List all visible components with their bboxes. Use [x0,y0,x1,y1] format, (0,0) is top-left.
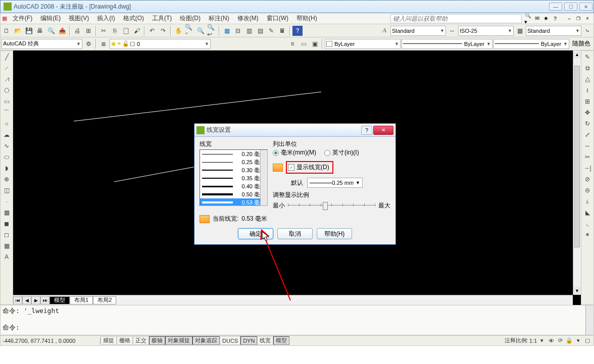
circle-icon[interactable]: ○ [2,119,12,129]
color-combo[interactable]: ByLayer▼ [325,39,401,49]
workspace-settings-icon[interactable]: ⚙ [83,39,93,49]
ducs-button[interactable]: DUCS [220,336,240,345]
menu-help[interactable]: 帮助(H) [292,14,321,23]
comm-center-icon[interactable]: ✉ [533,15,541,23]
default-lineweight-combo[interactable]: 0.25 mm ▼ [307,178,363,188]
redo-icon[interactable]: ↷ [158,26,168,36]
properties-icon[interactable]: ▦ [222,26,232,36]
h-scrollbar[interactable] [116,296,573,304]
erase-icon[interactable]: ✎ [582,52,592,62]
status-tray-icon[interactable]: ▾ [574,337,582,345]
mtext-icon[interactable]: A [2,252,12,262]
designcenter-icon[interactable]: ⊟ [233,26,243,36]
publish-icon[interactable]: 📤 [57,26,67,36]
menu-edit[interactable]: 编辑(E) [36,14,65,23]
table-style-icon[interactable]: ▦ [515,26,525,36]
polar-button[interactable]: 极轴 [149,336,165,345]
otrack-button[interactable]: 对象追踪 [192,336,220,345]
favorites-icon[interactable]: ★ [542,15,550,23]
ortho-button[interactable]: 正交 [133,336,149,345]
matchprop-icon[interactable]: 🖌 [132,26,142,36]
preview-icon[interactable]: 🔍 [46,26,56,36]
layer-mgr-icon[interactable]: ≣ [98,39,109,49]
lineweight-option[interactable]: 0.53 毫米 [200,198,267,206]
revcloud-icon[interactable]: ☁ [2,130,12,140]
array-icon[interactable]: ⊞ [582,96,592,107]
stretch-icon[interactable]: ↔ [582,141,592,151]
block-icon[interactable]: ◫ [2,185,12,195]
polygon-icon[interactable]: ⬠ [2,85,12,95]
offset-icon[interactable]: ⫲ [582,85,592,95]
doc-minimize-button[interactable]: – [565,15,573,23]
display-scale-slider[interactable] [288,200,375,211]
linetype-combo[interactable]: ByLayer▼ [402,39,492,49]
dim-style-icon[interactable]: ↔ [447,26,457,36]
open-icon[interactable]: 📂 [13,26,23,36]
zoom-rt-icon[interactable]: 🔍⁺ [184,26,194,36]
copy-icon[interactable]: ⎘ [110,26,120,36]
zoom-prev-icon[interactable]: 🔍↩ [207,26,217,36]
dialog-titlebar[interactable]: 线宽设置 ? ✕ [194,124,395,137]
trim-icon[interactable]: ✂ [582,152,592,162]
zoom-win-icon[interactable]: 🔍 [195,26,206,36]
dialog-help-button[interactable]: 帮助(H) [317,228,352,239]
table-icon[interactable]: ▦ [2,241,12,251]
text-style-icon[interactable]: A [379,26,389,36]
help-icon[interactable]: ? [551,15,559,23]
undo-icon[interactable]: ↶ [147,26,157,36]
chamfer-icon[interactable]: ◣ [582,207,592,218]
dimstyle-combo[interactable]: ISO-25▼ [458,26,514,36]
help2-icon[interactable]: ? [292,26,303,36]
new-icon[interactable]: 🗋 [2,26,12,36]
minimize-button[interactable]: — [549,3,562,11]
xline-icon[interactable]: ⟋ [2,63,12,73]
close-button[interactable]: ✕ [579,3,592,11]
copy2-icon[interactable]: ⧉ [582,63,592,73]
lwt-button[interactable]: 线宽 [257,336,273,345]
sheetset2-icon[interactable]: ▤ [255,26,265,36]
radio-mm[interactable]: 毫米(mm)(M) [273,148,316,157]
paste-icon[interactable]: 📋 [121,26,131,36]
layer-iso-icon[interactable]: ▣ [310,39,320,49]
tab-layout1[interactable]: 布局1 [70,296,93,304]
ellipse-arc-icon[interactable]: ◗ [2,163,12,173]
lock-ui-icon[interactable]: 🔒 [565,337,573,345]
menu-modify[interactable]: 修改(M) [233,14,263,23]
line-icon[interactable]: ╱ [2,52,12,62]
search-icon[interactable]: 🔍▾ [524,15,532,23]
tab-first-button[interactable]: ⏮ [13,296,22,304]
move-icon[interactable]: ✥ [582,108,592,118]
rotate-icon[interactable]: ↻ [582,119,592,129]
scale-icon[interactable]: ⤢ [582,130,592,140]
lineweight-combo[interactable]: ByLayer▼ [493,39,569,49]
tab-next-button[interactable]: ▶ [31,296,40,304]
menu-draw[interactable]: 绘图(D) [176,14,205,23]
textstyle-combo[interactable]: Standard▼ [390,26,446,36]
layer-prev-icon[interactable]: ≡ [287,39,298,49]
v-scrollbar[interactable]: ▲ ▼ [573,50,581,295]
region-icon[interactable]: ◻ [2,230,12,240]
dialog-close-button[interactable]: ✕ [373,126,393,135]
dialog-contexthelp-button[interactable]: ? [361,126,372,135]
pan-icon[interactable]: ✋ [173,26,183,36]
osnap-button[interactable]: 对象捕捉 [165,336,192,345]
cmd-scrollbar[interactable] [585,305,593,335]
lineweight-option[interactable]: 0.35 毫米 [200,174,267,182]
join-icon[interactable]: ⫰ [582,196,592,206]
tab-prev-button[interactable]: ◀ [22,296,31,304]
menu-window[interactable]: 窗口(W) [263,14,292,23]
spline-icon[interactable]: ∿ [2,141,12,151]
insert-icon[interactable]: ⊕ [2,174,12,184]
save-icon[interactable]: 💾 [24,26,34,36]
plot-icon[interactable]: 🖨 [72,26,82,36]
snap-button[interactable]: 捕捉 [101,336,117,345]
rectangle-icon[interactable]: ▭ [2,96,12,107]
annoscale-value[interactable]: 1:1 [529,338,537,344]
cut-icon[interactable]: ✂ [98,26,109,36]
markup-icon[interactable]: ✎ [266,26,276,36]
hatch-icon[interactable]: ▦ [2,207,12,218]
multileader-icon[interactable]: ⤷ [582,26,592,36]
app-menu-icon[interactable]: ▦ [1,15,9,23]
arc-icon[interactable]: ⌒ [2,108,12,118]
dyn-button[interactable]: DYN [240,336,257,345]
